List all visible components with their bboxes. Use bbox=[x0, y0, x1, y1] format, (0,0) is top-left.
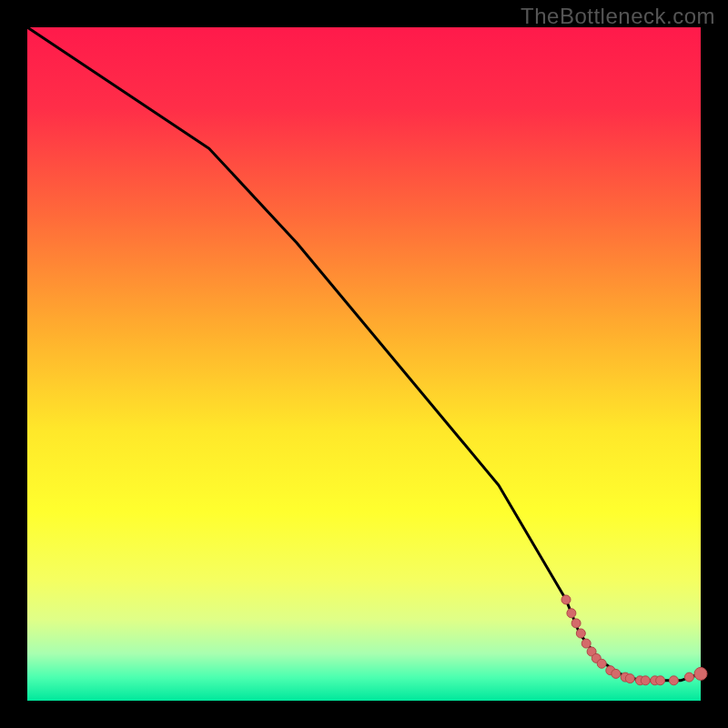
highlight-point bbox=[597, 659, 606, 668]
highlight-point bbox=[669, 676, 678, 685]
chart-stage: TheBottleneck.com bbox=[0, 0, 728, 728]
plot-svg bbox=[0, 0, 728, 728]
highlight-point bbox=[684, 672, 693, 682]
highlight-point bbox=[612, 669, 621, 678]
highlight-point bbox=[656, 676, 665, 685]
highlight-point bbox=[567, 609, 576, 618]
highlight-point bbox=[641, 676, 650, 685]
highlight-point bbox=[581, 639, 591, 648]
plot-background bbox=[27, 27, 701, 701]
highlight-point bbox=[694, 667, 707, 680]
highlight-point bbox=[625, 674, 634, 683]
highlight-point bbox=[571, 619, 581, 628]
highlight-point bbox=[561, 595, 571, 604]
highlight-point bbox=[576, 629, 585, 638]
watermark-text: TheBottleneck.com bbox=[521, 4, 715, 29]
